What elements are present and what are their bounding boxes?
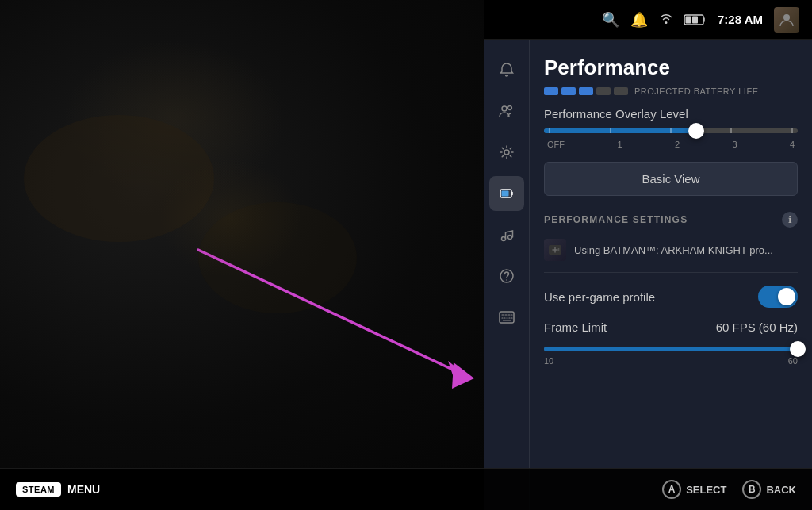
tick-label-2: 2: [675, 140, 680, 149]
select-label: SELECT: [686, 484, 726, 496]
basic-view-button[interactable]: Basic View: [544, 162, 798, 196]
game-profile-row: Using BATMAN™: ARKHAM KNIGHT pro...: [544, 239, 798, 273]
game-background: [0, 0, 484, 468]
sidebar-item-friends[interactable]: [489, 94, 524, 128]
bottom-bar: STEAM MENU A SELECT B BACK: [0, 468, 812, 510]
battery-seg-1: [544, 87, 558, 95]
frame-slider-labels: 10 60: [544, 356, 798, 366]
back-label: BACK: [766, 484, 796, 496]
battery-icon: [684, 14, 707, 25]
svg-rect-13: [501, 191, 508, 197]
select-btn-circle: A: [662, 480, 681, 499]
slider-fill: [544, 128, 696, 133]
per-game-label: Use per-game profile: [544, 290, 655, 304]
frame-limit-row: Frame Limit 60 FPS (60 Hz): [544, 320, 798, 334]
sidebar-item-battery[interactable]: [489, 176, 524, 211]
svg-point-4: [24, 115, 214, 242]
svg-point-15: [508, 236, 511, 240]
svg-point-21: [558, 250, 560, 251]
battery-seg-3: [579, 87, 593, 95]
svg-rect-2: [692, 16, 698, 23]
frame-limit-value: 60 FPS (60 Hz): [716, 320, 798, 334]
frame-limit-slider[interactable]: [544, 347, 798, 351]
game-name: Using BATMAN™: ARKHAM KNIGHT pro...: [574, 244, 798, 256]
svg-line-6: [198, 250, 468, 377]
performance-panel: Performance PROJECTED BATTERY LIFE Perfo…: [530, 40, 812, 510]
time-display: 7:28 AM: [718, 13, 763, 26]
frame-max-label: 60: [788, 356, 798, 366]
battery-segments: [544, 87, 628, 95]
back-action[interactable]: B BACK: [742, 480, 796, 499]
sidebar: [484, 40, 530, 510]
performance-settings-header: PERFORMANCE SETTINGS ℹ: [544, 212, 798, 228]
tick-4: [791, 128, 793, 133]
svg-marker-7: [448, 361, 468, 385]
sidebar-item-music[interactable]: [489, 217, 524, 252]
select-action[interactable]: A SELECT: [662, 480, 726, 499]
sidebar-item-notification[interactable]: [489, 52, 524, 87]
svg-rect-1: [686, 16, 691, 23]
svg-point-20: [558, 248, 560, 250]
projected-label: PROJECTED BATTERY LIFE: [634, 86, 758, 96]
tick-label-1: 1: [617, 140, 622, 149]
bottom-actions: A SELECT B BACK: [662, 480, 796, 499]
wifi-icon: [659, 11, 673, 28]
frame-min-label: 10: [544, 356, 553, 366]
notification-icon[interactable]: 🔔: [630, 11, 648, 29]
battery-seg-5: [614, 87, 628, 95]
overlay-level-label: Performance Overlay Level: [544, 107, 798, 121]
slider-thumb[interactable]: [688, 123, 704, 139]
svg-point-9: [502, 106, 507, 111]
overlay-slider[interactable]: OFF 1 2 3 4: [544, 128, 798, 149]
battery-seg-4: [596, 87, 611, 95]
arrow-overlay: [0, 0, 484, 468]
avatar[interactable]: [774, 7, 799, 33]
svg-point-11: [504, 150, 509, 155]
section-title: PERFORMANCE SETTINGS: [544, 214, 688, 225]
frame-slider-thumb[interactable]: [790, 341, 806, 357]
frame-slider-fill: [544, 347, 798, 351]
svg-rect-18: [500, 312, 514, 323]
per-game-toggle[interactable]: [758, 286, 798, 308]
sidebar-item-settings[interactable]: [489, 135, 524, 170]
battery-seg-2: [561, 87, 576, 95]
menu-label: MENU: [67, 483, 100, 496]
svg-point-5: [198, 202, 357, 313]
slider-tick-labels: OFF 1 2 3 4: [544, 140, 798, 149]
steam-badge[interactable]: STEAM: [16, 482, 61, 497]
frame-limit-label: Frame Limit: [544, 320, 607, 334]
svg-point-17: [506, 279, 508, 281]
sidebar-item-help[interactable]: [489, 259, 524, 293]
sidebar-item-keyboard[interactable]: [489, 300, 524, 335]
info-button[interactable]: ℹ: [782, 212, 798, 228]
search-icon[interactable]: 🔍: [602, 11, 619, 29]
tick-label-3: 3: [732, 140, 737, 149]
battery-life-row: PROJECTED BATTERY LIFE: [544, 86, 798, 96]
game-icon: [544, 239, 566, 261]
svg-point-10: [508, 106, 511, 110]
panel-title: Performance: [544, 56, 798, 80]
back-btn-circle: B: [742, 480, 761, 499]
svg-point-3: [783, 14, 790, 21]
slider-track[interactable]: [544, 128, 798, 133]
tick-label-4: 4: [790, 140, 795, 149]
per-game-profile-row: Use per-game profile: [544, 286, 798, 308]
steam-menu-group: STEAM MENU: [16, 482, 100, 497]
svg-marker-8: [452, 362, 474, 389]
tick-3: [730, 128, 732, 133]
toggle-knob: [778, 288, 795, 305]
tick-label-off: OFF: [547, 140, 565, 149]
